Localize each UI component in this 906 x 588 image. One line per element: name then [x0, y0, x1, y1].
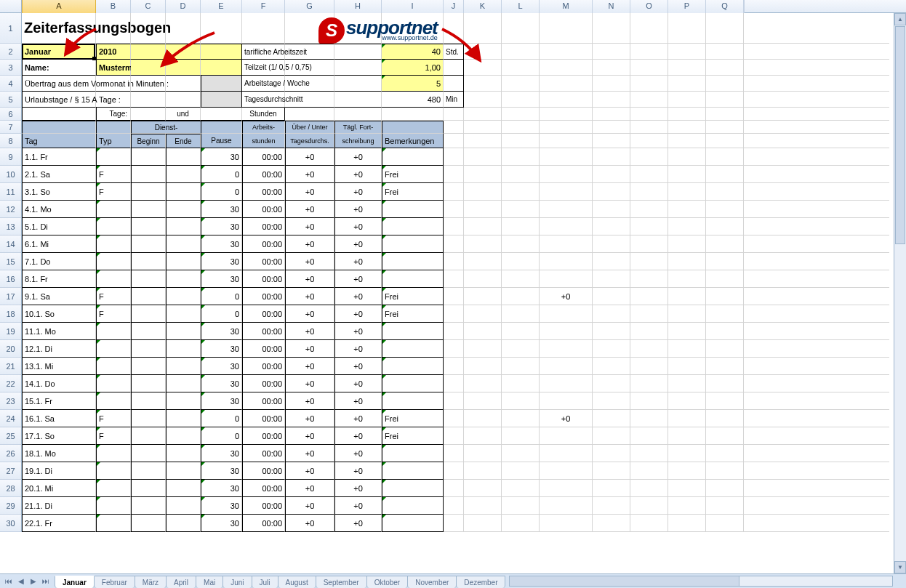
cell[interactable]	[630, 288, 668, 305]
cell[interactable]	[630, 92, 668, 108]
row-header[interactable]: 9	[0, 148, 22, 166]
cell[interactable]	[668, 76, 706, 92]
column-header-C[interactable]: C	[131, 0, 166, 13]
day-cell[interactable]: 5.1. Di	[22, 218, 96, 235]
cell[interactable]	[593, 410, 630, 427]
tarif-unit-cell[interactable]: Std.	[444, 44, 464, 60]
typ-cell[interactable]	[96, 235, 131, 253]
pause-cell[interactable]: 30	[201, 445, 242, 462]
cell[interactable]	[668, 166, 706, 183]
cell[interactable]	[630, 60, 668, 76]
cell[interactable]	[444, 462, 464, 480]
ende-cell[interactable]	[166, 515, 201, 532]
tagesdurch-unit-cell[interactable]: Min	[444, 92, 464, 108]
tab-last-button[interactable]: ⏭	[40, 576, 52, 587]
cell[interactable]	[668, 305, 706, 323]
cell[interactable]	[593, 121, 630, 134]
column-header-F[interactable]: F	[242, 0, 285, 13]
row-header[interactable]: 17	[0, 288, 22, 305]
cell[interactable]	[502, 340, 540, 358]
tarif-label-cell[interactable]: tarifliche Arbeitszeit	[242, 44, 285, 60]
cell[interactable]	[706, 13, 744, 44]
ueber-cell[interactable]: +0	[285, 323, 334, 340]
cell[interactable]	[131, 60, 166, 76]
column-header-D[interactable]: D	[166, 0, 201, 13]
day-cell[interactable]: 20.1. Mi	[22, 480, 96, 497]
cell[interactable]	[285, 76, 334, 92]
row-header[interactable]: 23	[0, 392, 22, 410]
arbeitsstunden-cell[interactable]: 00:00	[242, 323, 285, 340]
cell[interactable]	[96, 13, 131, 44]
cell[interactable]	[706, 358, 744, 375]
typ-cell[interactable]	[96, 270, 131, 288]
beginn-cell[interactable]	[131, 288, 166, 305]
tab-first-button[interactable]: ⏮	[3, 576, 15, 587]
cell[interactable]	[630, 497, 668, 515]
row-header[interactable]: 5	[0, 92, 22, 108]
cell[interactable]	[593, 480, 630, 497]
cell[interactable]	[502, 427, 540, 445]
cell[interactable]	[502, 201, 540, 218]
cell[interactable]	[744, 148, 889, 166]
pause-cell[interactable]: 30	[201, 201, 242, 218]
column-header-A[interactable]: A	[22, 0, 96, 13]
cell[interactable]	[464, 44, 502, 60]
pause-cell[interactable]: 30	[201, 218, 242, 235]
day-cell[interactable]: 22.1. Fr	[22, 515, 96, 532]
cell[interactable]	[630, 253, 668, 270]
pause-cell[interactable]: 30	[201, 480, 242, 497]
cell[interactable]	[502, 305, 540, 323]
cell[interactable]	[464, 305, 502, 323]
cell[interactable]	[22, 108, 96, 121]
ueber-cell[interactable]: +0	[285, 340, 334, 358]
ueber-cell[interactable]: +0	[285, 358, 334, 375]
arbeitsstunden-cell[interactable]: 00:00	[242, 201, 285, 218]
beginn-cell[interactable]	[131, 375, 166, 392]
arbeitsstunden-cell[interactable]: 00:00	[242, 288, 285, 305]
fort-cell[interactable]: +0	[334, 480, 382, 497]
cell[interactable]	[593, 427, 630, 445]
cell[interactable]	[444, 427, 464, 445]
typ-cell[interactable]	[96, 392, 131, 410]
ueber-cell[interactable]: +0	[285, 166, 334, 183]
month-cell[interactable]: Januar	[22, 44, 96, 60]
cell[interactable]	[668, 148, 706, 166]
typ-cell[interactable]	[96, 462, 131, 480]
cell[interactable]	[630, 148, 668, 166]
cell[interactable]	[744, 410, 889, 427]
cell[interactable]	[630, 515, 668, 532]
cell[interactable]	[744, 134, 889, 148]
und-label-cell[interactable]: und	[166, 108, 201, 121]
cell[interactable]	[464, 410, 502, 427]
bemerkung-cell[interactable]	[382, 515, 444, 532]
sheet-tab-november[interactable]: November	[407, 576, 457, 588]
cell[interactable]	[630, 76, 668, 92]
m-cell[interactable]	[540, 148, 593, 166]
beginn-cell[interactable]	[131, 235, 166, 253]
horizontal-scrollbar[interactable]	[509, 576, 893, 587]
cell[interactable]	[706, 92, 744, 108]
cell[interactable]	[502, 410, 540, 427]
cell[interactable]	[464, 340, 502, 358]
typ-cell[interactable]: F	[96, 427, 131, 445]
cell[interactable]	[744, 108, 889, 121]
cell[interactable]	[668, 288, 706, 305]
cell[interactable]	[502, 148, 540, 166]
vertical-scrollbar[interactable]: ▲ ▼	[894, 13, 906, 573]
ende-cell[interactable]	[166, 497, 201, 515]
cell[interactable]	[464, 201, 502, 218]
fort-cell[interactable]: +0	[334, 218, 382, 235]
cell[interactable]	[744, 201, 889, 218]
cell[interactable]	[502, 497, 540, 515]
cell[interactable]	[285, 60, 334, 76]
day-cell[interactable]: 14.1. Do	[22, 375, 96, 392]
cell[interactable]	[540, 121, 593, 134]
cell[interactable]	[502, 166, 540, 183]
row-header[interactable]: 15	[0, 253, 22, 270]
day-cell[interactable]: 15.1. Fr	[22, 392, 96, 410]
cell[interactable]	[668, 358, 706, 375]
cell[interactable]	[706, 375, 744, 392]
cell[interactable]	[464, 323, 502, 340]
cell[interactable]	[744, 392, 889, 410]
sheet-tab-februar[interactable]: Februar	[94, 576, 135, 588]
